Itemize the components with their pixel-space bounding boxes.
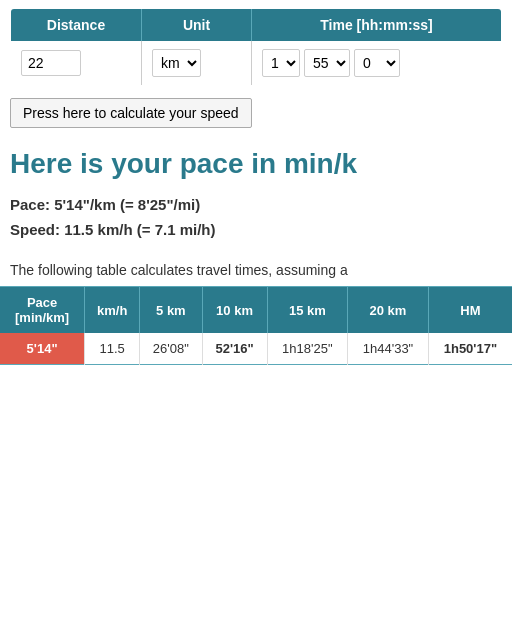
- table-row: 5'14" 11.5 26'08" 52'16" 1h18'25" 1h44'3…: [0, 333, 512, 365]
- th-hm: HM: [428, 287, 512, 334]
- pace-line: Pace: 5'14"/km (= 8'25"/mi): [10, 196, 502, 213]
- hours-select[interactable]: 0 1 2 3: [262, 49, 300, 77]
- pace-cell: 5'14": [0, 333, 85, 365]
- distance-input[interactable]: 22: [21, 50, 81, 76]
- ten-km-cell: 52'16": [202, 333, 267, 365]
- hm-cell: 1h50'17": [428, 333, 512, 365]
- time-cell: 0 1 2 3 0 5 10 15 20 25 30: [252, 41, 502, 86]
- th-15km: 15 km: [267, 287, 348, 334]
- minutes-select[interactable]: 0 5 10 15 20 25 30 35 40 45 50 55: [304, 49, 350, 77]
- seconds-select[interactable]: 0 5 10 15 20 25 30 35 40 45 50 55: [354, 49, 400, 77]
- results-table-section: Pace [min/km] km/h 5 km 10 km 15 km 20 k…: [0, 286, 512, 375]
- speed-line: Speed: 11.5 km/h (= 7.1 mi/h): [10, 221, 502, 238]
- description-text: The following table calculates travel ti…: [0, 248, 512, 286]
- th-kmh: km/h: [85, 287, 140, 334]
- unit-header: Unit: [142, 9, 252, 42]
- time-selects: 0 1 2 3 0 5 10 15 20 25 30: [262, 49, 491, 77]
- result-heading: Here is your pace in min/k: [0, 138, 512, 180]
- th-20km: 20 km: [348, 287, 429, 334]
- unit-select[interactable]: km mi: [152, 49, 201, 77]
- twenty-km-cell: 1h44'33": [348, 333, 429, 365]
- kmh-cell: 11.5: [85, 333, 140, 365]
- distance-header: Distance: [11, 9, 142, 42]
- time-header: Time [hh:mm:ss]: [252, 9, 502, 42]
- unit-cell: km mi: [142, 41, 252, 86]
- input-table: Distance Unit Time [hh:mm:ss] 22 km mi: [10, 8, 502, 86]
- distance-cell: 22: [11, 41, 142, 86]
- calculate-button[interactable]: Press here to calculate your speed: [10, 98, 252, 128]
- pace-speed-section: Pace: 5'14"/km (= 8'25"/mi) Speed: 11.5 …: [0, 180, 512, 248]
- fifteen-km-cell: 1h18'25": [267, 333, 348, 365]
- five-km-cell: 26'08": [140, 333, 202, 365]
- th-pace: Pace [min/km]: [0, 287, 85, 334]
- calc-button-section: Press here to calculate your speed: [0, 94, 512, 138]
- th-5km: 5 km: [140, 287, 202, 334]
- input-section: Distance Unit Time [hh:mm:ss] 22 km mi: [0, 0, 512, 94]
- th-10km: 10 km: [202, 287, 267, 334]
- results-table: Pace [min/km] km/h 5 km 10 km 15 km 20 k…: [0, 286, 512, 365]
